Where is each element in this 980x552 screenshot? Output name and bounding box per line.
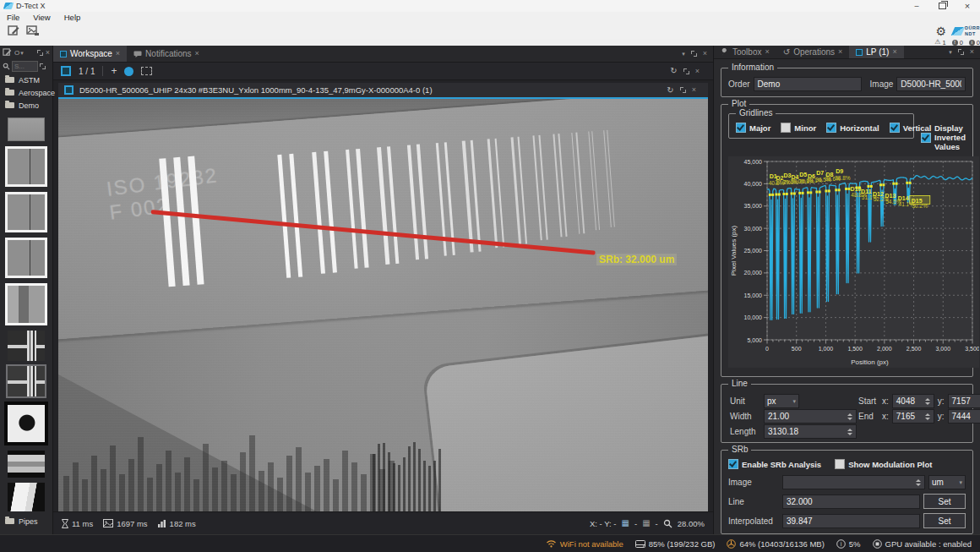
history-icon: ↺ <box>783 47 790 57</box>
order-field[interactable]: Demo <box>754 77 862 91</box>
thumbnail[interactable] <box>8 451 45 478</box>
undock-icon[interactable] <box>691 51 697 57</box>
expand-search-icon[interactable] <box>40 63 46 69</box>
close-button[interactable]: × <box>955 0 980 12</box>
search-icon <box>3 63 10 70</box>
reset-image-icon[interactable]: ↻ <box>667 86 673 95</box>
menu-item-file[interactable]: File <box>7 13 19 22</box>
close-tab-icon[interactable]: × <box>838 48 842 56</box>
tab-operations[interactable]: ↺ Operations× <box>776 46 850 58</box>
radiograph-image[interactable]: ISO 19232 F 002 SRb: 32.000 um <box>58 99 708 511</box>
add-view-button[interactable]: + <box>111 65 117 77</box>
set-line-button[interactable]: Set <box>923 494 966 509</box>
alert-strip: ⚠1 !0 i0 <box>0 39 980 46</box>
thumbnail[interactable] <box>8 483 45 511</box>
restore-button[interactable] <box>929 0 955 12</box>
close-image-icon[interactable]: × <box>692 86 696 94</box>
checkbox-show-modulation[interactable]: Show Modulation Plot <box>835 459 932 469</box>
end-y-field[interactable]: 7444 <box>948 409 980 424</box>
set-interpolated-button[interactable]: Set <box>923 513 966 528</box>
srb-line-field[interactable]: 32.000 <box>782 495 920 509</box>
checkbox-horizontal[interactable]: Horizontal <box>826 123 879 133</box>
tab-toolbox[interactable]: Toolbox× <box>714 46 776 58</box>
thumbnail[interactable] <box>5 283 47 325</box>
reset-view-icon[interactable]: ↻ <box>670 67 677 75</box>
spinner[interactable] <box>923 413 930 420</box>
profile-plot[interactable]: 5,00010,00015,00020,00025,00030,00035,00… <box>728 156 966 371</box>
unit-dropdown[interactable]: px▾ <box>764 394 799 408</box>
undock-icon[interactable] <box>958 49 964 55</box>
sidebar-folder-aerospace[interactable]: Aerospace <box>0 86 52 99</box>
length-field[interactable]: 3130.18 <box>764 424 857 439</box>
active-layout-button[interactable] <box>124 67 133 76</box>
grid-overlay2-icon[interactable]: ▦ <box>642 519 650 527</box>
srb-interpolated-field[interactable]: 39.847 <box>782 514 920 528</box>
tab-notifications[interactable]: Notifications× <box>127 46 206 62</box>
zoom-icon[interactable] <box>663 519 672 528</box>
app-window: D-Tect X – × File View Help ⚙ DÜRRNDT ⚠1 <box>0 0 980 552</box>
svg-text:D5: D5 <box>799 172 807 178</box>
checkbox-enable-srb[interactable]: Enable SRb Analysis <box>728 459 821 469</box>
start-x-field[interactable]: 4048 <box>892 394 934 408</box>
export-image-button[interactable] <box>26 25 39 37</box>
wifi-icon <box>546 539 557 548</box>
checkbox-major[interactable]: Major <box>736 123 770 133</box>
tab-lp-1[interactable]: LP (1)× <box>849 46 903 58</box>
close-tab-icon[interactable]: × <box>765 48 769 56</box>
gpu-status: GPU available : enabled <box>873 539 972 549</box>
sidebar-folder-demo[interactable]: Demo <box>0 99 52 112</box>
end-x-field[interactable]: 7165 <box>892 409 934 424</box>
fullscreen-icon[interactable] <box>683 68 689 74</box>
thumbnail[interactable] <box>5 238 47 278</box>
image-window-titlebar[interactable]: D5000-HR_500006_UHIP 24x30 #B3E3NU_Yxlon… <box>58 83 708 97</box>
srb-image-field[interactable] <box>782 475 925 489</box>
minimize-button[interactable]: – <box>904 0 929 12</box>
menu-item-view[interactable]: View <box>33 13 50 22</box>
settings-gear-icon[interactable]: ⚙ <box>936 25 947 37</box>
thumbnail[interactable] <box>8 118 45 141</box>
spinner[interactable] <box>923 398 930 405</box>
search-input[interactable] <box>12 61 38 72</box>
close-tab-icon[interactable]: × <box>892 48 896 56</box>
close-view-icon[interactable]: × <box>695 68 700 75</box>
chevron-down-icon[interactable]: ▾ <box>949 49 952 55</box>
image-label: Image <box>870 79 894 89</box>
close-icon[interactable]: × <box>703 50 707 57</box>
srb-unit-dropdown[interactable]: um▾ <box>928 475 966 489</box>
checkbox-minor[interactable]: Minor <box>781 123 816 133</box>
svg-text:i: i <box>841 541 842 547</box>
thumbnail[interactable] <box>8 331 45 361</box>
chevron-down-icon: ▾ <box>959 479 962 485</box>
thumbnail[interactable] <box>4 402 48 445</box>
edit-report-button[interactable] <box>7 25 19 37</box>
close-tab-icon[interactable]: × <box>195 50 199 57</box>
chevron-down-icon[interactable]: ▾ <box>682 51 685 57</box>
checkbox-icon <box>835 459 845 469</box>
image-field[interactable]: D5000-HR_500006_UHIP 24x30 #B3E3NU_Yxlon… <box>896 77 966 91</box>
spinner[interactable] <box>913 479 921 486</box>
maximize-image-icon[interactable] <box>680 87 686 93</box>
spinner[interactable] <box>845 413 852 420</box>
width-field[interactable]: 21.00 <box>764 409 857 424</box>
edit-order-icon[interactable] <box>3 48 12 57</box>
start-y-field[interactable]: 7157 <box>948 394 980 408</box>
thumbnail[interactable] <box>5 146 47 187</box>
menu-item-help[interactable]: Help <box>64 13 81 22</box>
thumbnail-selected[interactable] <box>8 366 45 396</box>
grid2-value: - <box>656 519 658 528</box>
layout-icon[interactable] <box>61 66 71 76</box>
orders-dropdown[interactable]: O▾ <box>14 49 24 57</box>
close-panel-icon[interactable]: × <box>46 49 50 57</box>
undock-panel-icon[interactable] <box>37 50 43 56</box>
spinner[interactable] <box>845 429 852 435</box>
sidebar-folder-pipes[interactable]: Pipes <box>0 515 52 527</box>
checkbox-vertical[interactable]: Vertical <box>890 123 932 133</box>
grid-overlay-icon[interactable]: ▦ <box>622 519 629 527</box>
panel-tab-bar: Toolbox× ↺ Operations× LP (1)× ▾ × <box>714 46 980 59</box>
selection-rect-icon[interactable] <box>141 67 152 75</box>
sidebar-folder-astm[interactable]: ASTM <box>0 74 52 86</box>
close-tab-icon[interactable]: × <box>116 50 120 57</box>
thumbnail[interactable] <box>5 192 47 232</box>
tab-workspace[interactable]: Workspace× <box>53 46 127 62</box>
close-icon[interactable]: × <box>970 48 974 56</box>
